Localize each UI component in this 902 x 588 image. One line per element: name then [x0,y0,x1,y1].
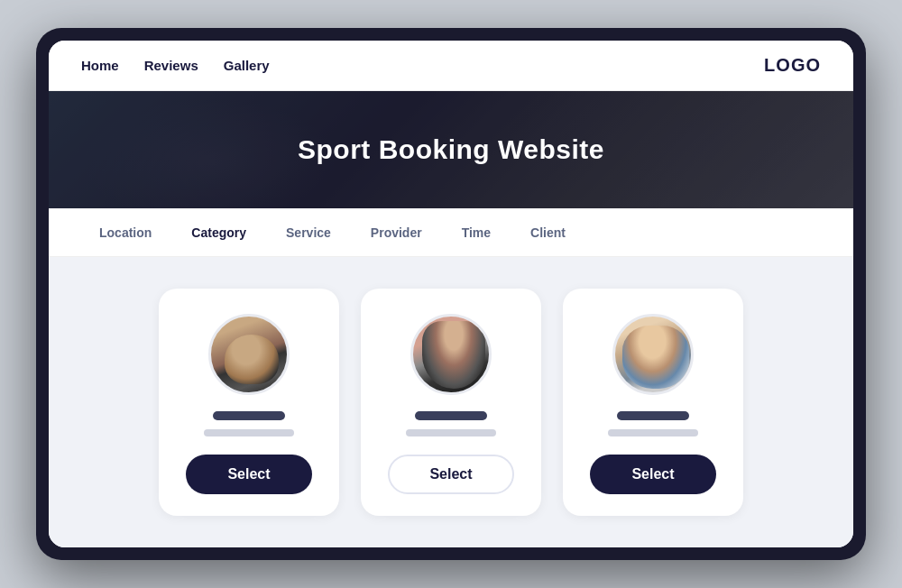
nav-home[interactable]: Home [81,58,119,73]
nav-gallery[interactable]: Gallery [224,58,270,73]
service-card-1: Select [159,289,339,516]
navbar: Home Reviews Gallery LOGO [49,41,853,91]
hero-title: Sport Booking Website [298,134,604,165]
select-button-1[interactable]: Select [186,455,312,494]
tab-location[interactable]: Location [81,218,170,247]
card-3-sub-bar [608,429,698,436]
service-card-3: Select [563,289,743,516]
tab-service[interactable]: Service [268,218,349,247]
device-screen: Home Reviews Gallery LOGO Sport Booking … [49,41,853,547]
content-area: Select Select Select [49,257,853,547]
hero-section: Sport Booking Website [49,91,853,208]
nav-reviews[interactable]: Reviews [144,58,198,73]
tabs-bar: Location Category Service Provider Time … [49,208,853,257]
tab-client[interactable]: Client [512,218,584,247]
card-2-sub-bar [406,429,496,436]
card-1-sub-bar [204,429,294,436]
card-3-title-bar [617,411,689,420]
tab-category[interactable]: Category [173,218,264,247]
cards-container: Select Select Select [159,289,743,516]
nav-links: Home Reviews Gallery [81,58,270,73]
avatar-2 [410,314,492,395]
select-button-2[interactable]: Select [388,455,514,494]
avatar-1 [208,314,290,395]
select-button-3[interactable]: Select [590,455,716,494]
card-1-title-bar [213,411,285,420]
tab-provider[interactable]: Provider [353,218,440,247]
avatar-3 [612,314,694,395]
device-frame: Home Reviews Gallery LOGO Sport Booking … [36,28,866,560]
service-card-2: Select [361,289,541,516]
nav-logo: LOGO [764,55,821,76]
tab-time[interactable]: Time [444,218,509,247]
card-2-title-bar [415,411,487,420]
